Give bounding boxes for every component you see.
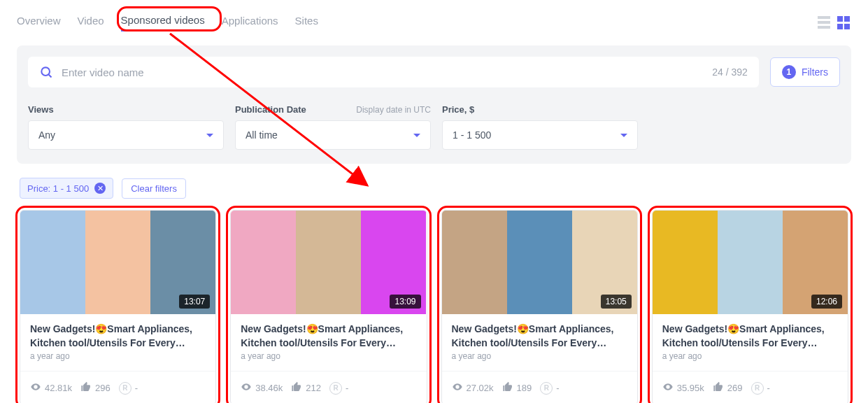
filter-views-select[interactable]: Any: [28, 120, 224, 150]
video-age: a year ago: [662, 351, 838, 361]
views-stat: 27.02k: [452, 381, 494, 395]
chevron-down-icon: [620, 134, 627, 137]
filters-button-label: Filters: [802, 66, 828, 78]
r-stat: R-: [540, 382, 559, 395]
r-stat: R-: [751, 382, 770, 395]
video-age: a year ago: [241, 351, 416, 361]
clear-filters-button[interactable]: Clear filters: [122, 178, 186, 199]
tab-overview[interactable]: Overview: [17, 15, 61, 31]
video-age: a year ago: [452, 351, 627, 361]
thumbs-up-icon: [502, 381, 513, 395]
r-icon: R: [329, 382, 342, 395]
filter-price-label: Price, $: [442, 104, 474, 115]
views-stat: 42.81k: [30, 381, 72, 395]
filter-views: Views Any: [28, 104, 224, 150]
result-count: 24 / 392: [712, 66, 748, 78]
video-title: New Gadgets!😍Smart Appliances, Kitchen t…: [241, 323, 416, 350]
search-input[interactable]: [62, 66, 712, 78]
r-stat: R-: [329, 382, 348, 395]
video-title: New Gadgets!😍Smart Appliances, Kitchen t…: [452, 323, 627, 350]
chip-close-icon[interactable]: ✕: [94, 183, 106, 194]
filter-price-select[interactable]: 1 - 1 500: [442, 120, 638, 150]
grid-view-button[interactable]: [837, 16, 851, 30]
filter-pubdate-hint: Display date in UTC: [356, 105, 431, 115]
video-age: a year ago: [30, 351, 206, 361]
likes-stat: 269: [713, 381, 743, 395]
tab-sites[interactable]: Sites: [295, 15, 318, 31]
filter-pubdate-select[interactable]: All time: [235, 120, 431, 150]
r-icon: R: [540, 382, 553, 395]
active-filter-chips: Price: 1 - 1 500 ✕ Clear filters: [20, 178, 851, 199]
tab-applications[interactable]: Applications: [222, 15, 278, 31]
video-thumbnail: 13:07: [20, 211, 215, 314]
video-duration: 13:07: [179, 295, 210, 309]
filter-price: Price, $ 1 - 1 500: [442, 104, 638, 150]
eye-icon: [30, 381, 41, 395]
price-chip: Price: 1 - 1 500 ✕: [20, 178, 113, 199]
svg-point-0: [41, 67, 50, 76]
search-box: 24 / 392: [28, 57, 759, 87]
filter-views-label: Views: [28, 104, 54, 115]
views-stat: 38.46k: [241, 381, 283, 395]
video-card[interactable]: 12:06 New Gadgets!😍Smart Appliances, Kit…: [652, 210, 848, 403]
svg-line-1: [49, 75, 52, 78]
video-card[interactable]: 13:09 New Gadgets!😍Smart Appliances, Kit…: [230, 210, 427, 403]
tab-video[interactable]: Video: [78, 15, 104, 31]
filter-panel: 24 / 392 1 Filters Views Any Publication…: [17, 45, 851, 164]
thumbs-up-icon: [291, 381, 302, 395]
video-card[interactable]: 13:05 New Gadgets!😍Smart Appliances, Kit…: [441, 210, 638, 403]
chevron-down-icon: [413, 134, 420, 137]
video-thumbnail: 13:09: [231, 211, 426, 314]
likes-stat: 189: [502, 381, 532, 395]
tab-sponsored-videos[interactable]: Sponsored videos: [121, 14, 205, 31]
video-duration: 12:06: [811, 295, 842, 309]
filters-button[interactable]: 1 Filters: [770, 57, 840, 87]
likes-stat: 212: [291, 381, 321, 395]
list-view-button[interactable]: [818, 16, 832, 30]
view-toggle: [818, 16, 851, 30]
thumbs-up-icon: [80, 381, 92, 395]
video-thumbnail: 12:06: [653, 211, 848, 314]
views-stat: 35.95k: [662, 381, 704, 395]
r-icon: R: [119, 382, 131, 395]
eye-icon: [662, 381, 674, 395]
video-thumbnail: 13:05: [442, 211, 637, 314]
video-duration: 13:05: [601, 295, 632, 309]
chevron-down-icon: [206, 134, 213, 137]
video-duration: 13:09: [390, 295, 420, 309]
r-stat: R-: [119, 382, 138, 395]
eye-icon: [241, 381, 252, 395]
search-icon: [39, 65, 53, 79]
video-title: New Gadgets!😍Smart Appliances, Kitchen t…: [30, 323, 206, 350]
video-title: New Gadgets!😍Smart Appliances, Kitchen t…: [662, 323, 838, 350]
likes-stat: 296: [80, 381, 111, 395]
r-icon: R: [751, 382, 764, 395]
video-grid: 13:07 New Gadgets!😍Smart Appliances, Kit…: [17, 210, 851, 403]
thumbs-up-icon: [713, 381, 724, 395]
video-card[interactable]: 13:07 New Gadgets!😍Smart Appliances, Kit…: [20, 210, 216, 403]
filters-count-badge: 1: [782, 65, 796, 79]
filter-pubdate-label: Publication Date: [235, 104, 306, 115]
tabs-bar: OverviewVideoSponsored videosApplication…: [17, 14, 851, 31]
filter-pubdate: Publication Date Display date in UTC All…: [235, 104, 431, 150]
eye-icon: [452, 381, 463, 395]
